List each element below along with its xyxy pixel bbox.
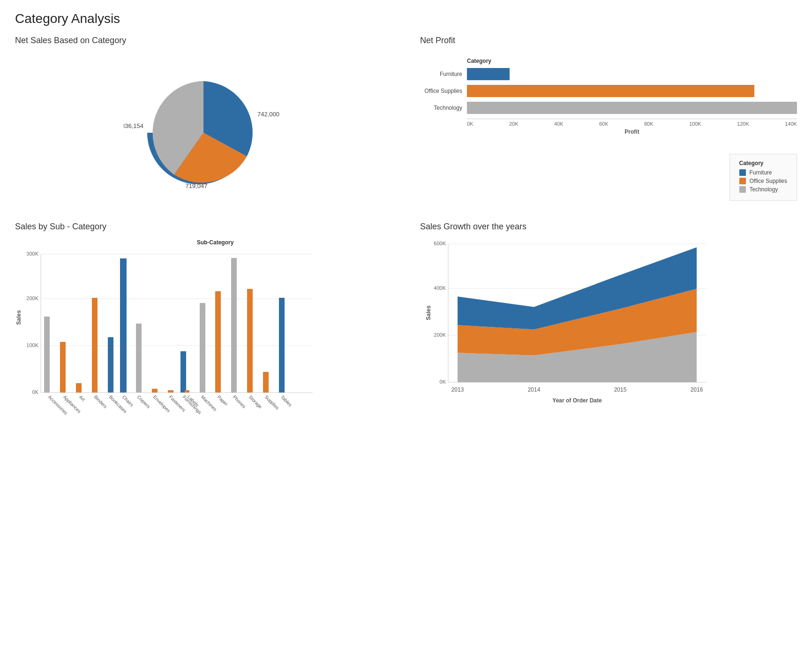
vbar-fasteners-officesup bbox=[168, 390, 173, 393]
vbar-appliances-officesup bbox=[60, 342, 66, 393]
vbar-machines-tech bbox=[200, 303, 205, 393]
pie-label-furniture: 742,000 bbox=[257, 111, 279, 118]
y-label-200k: 200K bbox=[434, 332, 446, 338]
bar-track-furniture bbox=[467, 68, 797, 80]
legend-label-furniture: Furniture bbox=[750, 169, 772, 176]
bar-track-officesupplies bbox=[467, 85, 797, 97]
x-label-tables: Tables bbox=[280, 394, 293, 408]
bar-fill-officesupplies bbox=[467, 85, 754, 97]
pie-chart-container: 742,000 719,047 836,154 bbox=[15, 53, 392, 203]
vbar-bookcases-furn bbox=[108, 337, 113, 393]
legend-item-furniture: Furniture bbox=[739, 169, 788, 176]
x-label-binders: Binders bbox=[93, 394, 108, 409]
legend-item-technology: Technology bbox=[739, 186, 788, 193]
bar-chart-category-label: Category bbox=[467, 58, 797, 64]
bar-axis-ticks: 0K 20K 40K 60K 80K 100K 120K 140K bbox=[467, 119, 797, 127]
pie-chart-wrap: 742,000 719,047 836,154 bbox=[124, 62, 283, 194]
bar-chart-title: Net Profit bbox=[420, 36, 797, 45]
x-label-paper: Paper bbox=[217, 394, 229, 407]
area-chart-section: Sales Growth over the years Sales 0K 200… bbox=[420, 222, 797, 430]
sub-category-chart-label: Sub-Category bbox=[38, 239, 392, 246]
bar-label-officesupplies: Office Supplies bbox=[420, 88, 467, 94]
svg-text:0K: 0K bbox=[32, 389, 39, 395]
tick-140k: 140K bbox=[785, 121, 797, 127]
tick-0k: 0K bbox=[467, 121, 473, 127]
legend-label-technology: Technology bbox=[750, 186, 778, 193]
bar-chart-container: Category Furniture Office Supplies Techn… bbox=[420, 53, 797, 140]
tick-100k: 100K bbox=[689, 121, 701, 127]
pie-chart-section: Net Sales Based on Category bbox=[15, 36, 392, 203]
pie-chart-title: Net Sales Based on Category bbox=[15, 36, 392, 45]
x-label-machines: Machines bbox=[200, 394, 218, 412]
bar-row-officesupplies: Office Supplies bbox=[420, 85, 797, 97]
area-chart-wrap: Sales 0K 200K 400K 600K bbox=[420, 239, 797, 415]
x-label-storage: Storage bbox=[248, 394, 263, 410]
vbar-supplies-officesup bbox=[263, 372, 269, 393]
area-x-axis-label: Year of Order Date bbox=[552, 397, 602, 404]
vbar-furnishings-furn bbox=[180, 351, 186, 393]
area-y-axis-label: Sales bbox=[425, 305, 432, 320]
tick-60k: 60K bbox=[599, 121, 609, 127]
legend-box: Category Furniture Office Supplies Techn… bbox=[729, 154, 797, 201]
sub-category-title: Sales by Sub - Category bbox=[15, 222, 392, 232]
vbar-storage-officesup bbox=[247, 289, 253, 393]
pie-svg-main: 742,000 719,047 836,154 bbox=[124, 62, 283, 194]
page-title: Category Analysis bbox=[15, 11, 797, 26]
sub-category-y-axis-label: Sales bbox=[15, 310, 22, 325]
vbar-tables-furn bbox=[279, 298, 285, 393]
vbar-labels-officesup bbox=[185, 390, 189, 393]
vbar-chairs-furn bbox=[120, 258, 127, 393]
svg-text:200K: 200K bbox=[26, 295, 38, 301]
legend-item-officesupplies: Office Supplies bbox=[739, 178, 788, 184]
x-label-2014: 2014 bbox=[528, 386, 541, 393]
sub-category-chart-wrap: Sub-Category Sales 0K 100K 200K 300K bbox=[15, 239, 392, 430]
vbar-envelopes-officesup bbox=[152, 389, 158, 393]
bar-row-furniture: Furniture bbox=[420, 68, 797, 80]
sub-category-svg: 0K 100K 200K 300K bbox=[15, 249, 315, 428]
pie-label-technology: 836,154 bbox=[124, 122, 143, 129]
tick-120k: 120K bbox=[737, 121, 749, 127]
vbar-paper-officesup bbox=[215, 291, 221, 393]
vbar-art-officesup bbox=[76, 383, 82, 393]
tick-20k: 20K bbox=[509, 121, 519, 127]
x-label-2013: 2013 bbox=[451, 386, 464, 393]
x-label-copiers: Copiers bbox=[136, 394, 151, 409]
legend-dot-technology bbox=[739, 186, 746, 193]
area-svg: 0K 200K 400K 600K 2013 2014 bbox=[420, 239, 711, 413]
legend-title: Category bbox=[739, 160, 788, 166]
x-label-phones: Phones bbox=[232, 394, 247, 409]
svg-text:100K: 100K bbox=[26, 342, 38, 348]
legend-dot-officesupplies bbox=[739, 178, 746, 184]
legend-dot-furniture bbox=[739, 169, 746, 176]
bar-axis-label: Profit bbox=[467, 128, 797, 135]
bar-fill-technology bbox=[467, 102, 797, 114]
legend-label-officesupplies: Office Supplies bbox=[750, 178, 788, 184]
x-label-art: Art bbox=[78, 394, 86, 402]
area-chart-title: Sales Growth over the years bbox=[420, 222, 797, 232]
bar-label-furniture: Furniture bbox=[420, 71, 467, 77]
x-label-2015: 2015 bbox=[614, 386, 627, 393]
tick-40k: 40K bbox=[554, 121, 564, 127]
bar-fill-furniture bbox=[467, 68, 510, 80]
y-label-0k: 0K bbox=[440, 379, 446, 385]
legend-container: Category Furniture Office Supplies Techn… bbox=[420, 154, 797, 201]
bar-chart-section: Net Profit Category Furniture Office Sup… bbox=[420, 36, 797, 203]
x-label-2016: 2016 bbox=[691, 386, 703, 393]
svg-text:300K: 300K bbox=[26, 251, 38, 257]
pie-label-officesupplies: 719,047 bbox=[186, 182, 208, 189]
bar-row-technology: Technology bbox=[420, 102, 797, 114]
y-label-400k: 400K bbox=[434, 285, 446, 291]
y-label-600k: 600K bbox=[434, 241, 446, 246]
tick-80k: 80K bbox=[644, 121, 654, 127]
dashboard-grid: Net Sales Based on Category bbox=[15, 36, 797, 430]
vbar-accessories-tech bbox=[44, 317, 50, 393]
vbar-phones-tech bbox=[231, 258, 237, 393]
bar-track-technology bbox=[467, 102, 797, 114]
vbar-copiers-tech bbox=[136, 324, 142, 393]
sub-category-chart-section: Sales by Sub - Category Sub-Category Sal… bbox=[15, 222, 392, 430]
x-label-supplies: Supplies bbox=[264, 394, 280, 411]
bar-label-technology: Technology bbox=[420, 105, 467, 111]
vbar-binders-officesup bbox=[92, 298, 98, 393]
